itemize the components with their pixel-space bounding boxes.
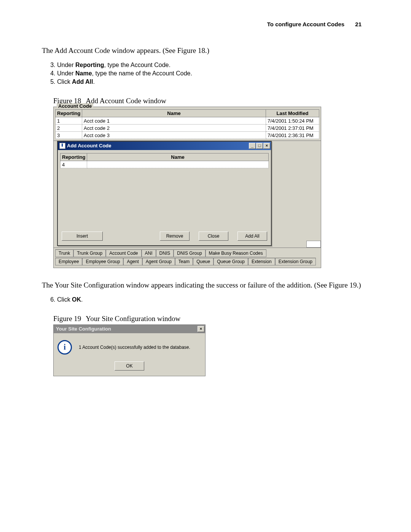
header-title: To configure Account Codes [267,21,344,27]
dialog-header-reporting[interactable]: Reporting [61,153,87,161]
close-button[interactable]: × [263,143,270,149]
tab-team[interactable]: Team [175,258,193,265]
fig19-title-text: Your Site Configuration [56,325,197,333]
minimize-button[interactable]: _ [249,143,256,149]
dialog-blank-area [60,169,269,226]
insert-button[interactable]: Insert [62,232,103,241]
reporting-cell[interactable]: 4 [61,161,87,168]
ok-button[interactable]: OK [115,361,144,371]
info-icon: i [57,340,72,355]
document-page: To configure Account Codes 21 The Add Ac… [0,0,411,399]
tab-trunk-group[interactable]: Trunk Group [73,249,106,257]
add-all-button[interactable]: Add All [237,232,267,241]
dialog-header-name[interactable]: Name [87,153,269,161]
table-row[interactable]: 2 Acct code 2 7/4/2001 2:37:01 PM [56,125,319,132]
tab-ani[interactable]: ANI [142,249,156,257]
tab-container: Trunk Trunk Group Account Code ANI DNIS … [53,248,321,268]
tab-queue-group[interactable]: Queue Group [213,258,248,265]
step-3: Under Reporting, type the Account Code. [57,62,369,69]
tab-dnis[interactable]: DNIS [156,249,174,257]
tab-make-busy[interactable]: Make Busy Reason Codes [206,249,266,257]
table-row[interactable]: 1 Acct code 1 7/4/2001 1:50:24 PM [56,117,319,125]
account-code-fieldset: Account Code Reporting Name Last Modifie… [53,107,321,141]
tab-agent-group[interactable]: Agent Group [142,258,175,265]
figure-18-caption: Figure 18Add Account Code window [53,97,369,105]
table-row[interactable]: 4 [61,161,269,168]
tab-row-1: Trunk Trunk Group Account Code ANI DNIS … [55,249,319,257]
tab-trunk[interactable]: Trunk [55,249,73,257]
col-header-modified[interactable]: Last Modified [266,110,319,117]
tab-extension-group[interactable]: Extension Group [275,258,316,265]
tab-extension[interactable]: Extension [248,258,275,265]
name-cell[interactable] [87,161,269,168]
page-number: 21 [355,21,362,27]
maximize-button[interactable]: □ [256,143,263,149]
step-5: Click Add All. [57,78,369,85]
figure-19-caption: Figure 19Your Site Configuration window [53,315,369,323]
fig19-message: 1 Account Code(s) successfully added to … [79,345,190,350]
steps-list-a: Under Reporting, type the Account Code. … [57,62,369,85]
app-icon [59,143,65,149]
tab-employee-group[interactable]: Employee Group [82,258,123,265]
tab-employee[interactable]: Employee [55,258,82,265]
col-header-name[interactable]: Name [82,110,266,117]
intro-text: The Add Account Code window appears. (Se… [42,46,369,55]
account-code-table: Reporting Name Last Modified 1 Acct code… [55,109,319,139]
step-6: Click OK. [57,296,369,303]
figure-18: Account Code Reporting Name Last Modifie… [53,107,321,268]
tab-agent[interactable]: Agent [123,258,142,265]
remove-button[interactable]: Remove [160,232,190,241]
after-text: The Your Site Configuration window appea… [42,281,369,289]
tab-queue[interactable]: Queue [193,258,213,265]
tab-row-2: Employee Employee Group Agent Agent Grou… [55,258,319,265]
steps-list-b: Click OK. [57,296,369,303]
col-header-reporting[interactable]: Reporting [56,110,82,117]
tab-dnis-group[interactable]: DNIS Group [174,249,205,257]
dialog-table: Reporting Name 4 [60,153,269,168]
tab-account-code[interactable]: Account Code [106,249,141,257]
fig19-titlebar[interactable]: Your Site Configuration × [54,325,205,333]
dialog-titlebar[interactable]: Add Account Code _ □ × [58,142,271,150]
close-dialog-button[interactable]: Close [199,232,228,241]
table-row[interactable]: 3 Acct code 3 7/4/2001 2:36:31 PM [56,132,319,139]
page-header: To configure Account Codes 21 [42,21,369,27]
scrollbar-stub[interactable] [306,241,321,248]
figure-19: Your Site Configuration × i 1 Account Co… [53,324,206,376]
fig19-close-button[interactable]: × [198,326,204,332]
dialog-title: Add Account Code [67,142,249,150]
step-4: Under Name, type the name of the Account… [57,70,369,77]
fieldset-label: Account Code [57,103,93,109]
add-account-code-dialog: Add Account Code _ □ × Reporting Name [57,141,272,246]
